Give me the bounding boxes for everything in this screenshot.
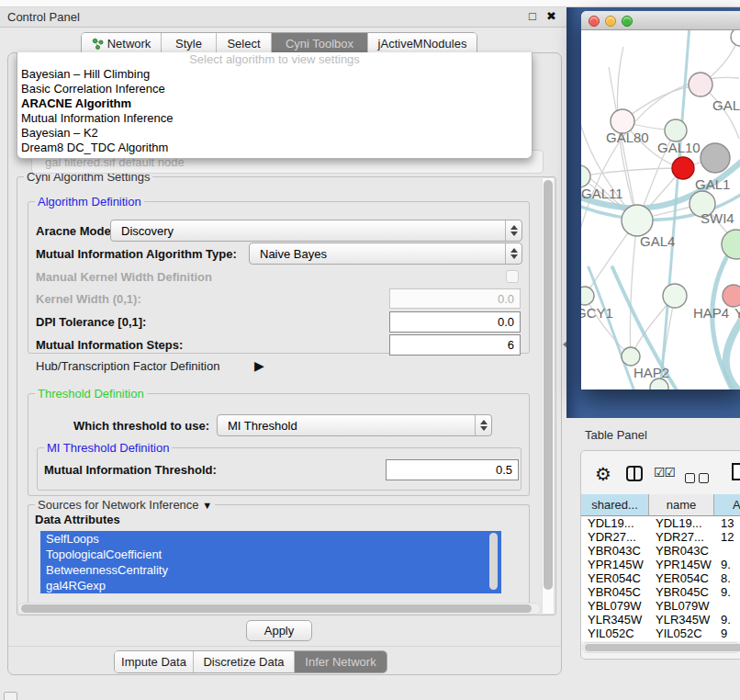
node-gal7[interactable] (689, 73, 712, 96)
tab-network[interactable]: Network (82, 33, 162, 54)
which-threshold-combo[interactable]: MI Threshold (217, 414, 492, 436)
algorithm-option[interactable]: Dream8 DC_TDC Algorithm (17, 141, 532, 155)
document-icon[interactable] (732, 463, 740, 480)
node-gal10[interactable] (665, 119, 687, 141)
table-row[interactable]: YBR043CYBR043C (581, 544, 740, 558)
node-label: GAL7 (712, 97, 740, 113)
network-edge (630, 220, 637, 356)
node-hap4[interactable] (663, 284, 687, 308)
table-cell: YDR27... (649, 530, 714, 544)
unchecked-columns-icon[interactable] (685, 470, 712, 487)
node-right-green[interactable] (722, 230, 740, 259)
table-cell: YER054C (649, 571, 714, 585)
tab-select[interactable]: Select (217, 33, 272, 54)
control-panel-title: Control Panel (7, 10, 80, 24)
close-panel-icon[interactable]: ✖ (546, 9, 556, 23)
settings-hscrollbar-thumb[interactable] (21, 604, 532, 613)
which-threshold-label: Which threshold to use: (73, 419, 209, 433)
algorithm-option[interactable]: Basic Correlation Inference (17, 82, 532, 96)
tab-jactivemnodules[interactable]: jActiveMNodules (368, 33, 477, 54)
node-label: GAL4 (640, 233, 675, 249)
node-label: GAL10 (657, 140, 701, 155)
tab-label: jActiveMNodules (378, 37, 467, 51)
mi-type-combo[interactable]: Naive Bayes (249, 243, 522, 265)
node-gcy1[interactable] (581, 287, 594, 305)
table-row[interactable]: YPR145WYPR145W9. (581, 558, 740, 571)
aracne-mode-combo[interactable]: Discovery (110, 220, 522, 242)
mini-panel-button[interactable] (4, 692, 17, 700)
node-gal1-red[interactable] (672, 157, 694, 179)
checked-columns-icon[interactable]: ☑☑ (654, 465, 675, 480)
minimize-window-icon[interactable] (605, 16, 616, 27)
table-row[interactable]: YIL052CYIL052C9 (581, 627, 740, 640)
close-window-icon[interactable] (589, 16, 600, 27)
tab-discretize-data[interactable]: Discretize Data (194, 651, 295, 672)
mi-steps-label: Mutual Information Steps: (36, 338, 183, 352)
mi-threshold-field[interactable]: 0.5 (386, 459, 519, 480)
attribute-option[interactable]: SelfLoops (40, 531, 501, 547)
algorithm-option[interactable]: Bayesian – Hill Climbing (17, 67, 532, 82)
tab-cyni-toolbox[interactable]: Cyni Toolbox (272, 33, 368, 54)
sources-collapse-icon[interactable]: ▼ (202, 500, 212, 511)
combo-stepper-icon (505, 220, 521, 241)
table-row[interactable]: YBL079WYBL079W (581, 599, 740, 613)
table-row[interactable]: YDR27...YDR27...12 (581, 530, 740, 544)
algorithm-option[interactable]: Bayesian – K2 (17, 126, 532, 141)
column-header[interactable]: shared... (581, 494, 649, 516)
network-window-titlebar[interactable] (581, 11, 740, 30)
table-row[interactable]: YLR345WYLR345W9. (581, 613, 740, 627)
node-gray[interactable] (701, 143, 730, 173)
table-cell: YBL079W (649, 599, 714, 613)
aracne-mode-label: Aracne Mode: (36, 224, 115, 238)
tab-infer-network[interactable]: Infer Network (295, 651, 387, 672)
table-hscrollbar-thumb[interactable] (585, 644, 740, 651)
table-cell: YBR043C (649, 544, 714, 558)
zoom-window-icon[interactable] (622, 16, 633, 27)
apply-button[interactable]: Apply (246, 620, 312, 641)
kernel-width-field[interactable]: 0.0 (389, 288, 521, 309)
manual-kernel-checkbox[interactable] (506, 270, 519, 283)
table-row[interactable]: YDL19...YDL19...13 (581, 516, 740, 530)
network-canvas[interactable]: GAL7GAL80GAL10GAL1GAL11SWI4GAL4GCY1HAP4Y… (581, 30, 740, 390)
algorithm-dropdown-prompt: Select algorithm to view settings (17, 52, 532, 67)
algorithm-option[interactable]: Mutual Information Inference (17, 111, 532, 126)
hub-section-label[interactable]: Hub/Transcription Factor Definition (36, 359, 219, 373)
node-label: GAL1 (695, 176, 730, 192)
table-cell: 9. (714, 585, 740, 599)
node-hap2[interactable] (622, 347, 640, 366)
column-header[interactable]: A (714, 494, 740, 516)
node-partial-top[interactable] (731, 30, 740, 46)
attr-list-vscroll-thumb[interactable] (489, 533, 498, 590)
mi-steps-field[interactable]: 6 (389, 334, 521, 356)
network-edge-thick (589, 267, 636, 390)
column-header[interactable]: name (649, 494, 714, 516)
tab-label: Network (107, 37, 151, 51)
sources-group-title[interactable]: Sources for Network Inference ▼ (35, 498, 215, 512)
columns-icon[interactable] (626, 466, 643, 481)
tab-label: Cyni Toolbox (286, 37, 353, 51)
table-row[interactable]: YBR045CYBR045C9. (581, 585, 740, 599)
attribute-option[interactable]: TopologicalCoefficient (40, 547, 501, 562)
node-salmon[interactable] (723, 285, 740, 307)
attribute-option[interactable]: gal4RGexp (40, 578, 501, 593)
algorithm-option[interactable]: ARACNE Algorithm (17, 96, 532, 111)
attribute-option[interactable]: BetweennessCentrality (40, 562, 501, 578)
tab-style[interactable]: Style (162, 33, 217, 54)
dpi-tolerance-field[interactable]: 0.0 (389, 311, 521, 333)
algorithm-definition-title: Algorithm Definition (35, 195, 144, 209)
tab-label: Select (227, 37, 260, 51)
table-row[interactable]: YER054CYER054C8. (581, 571, 740, 585)
network-view-window[interactable]: GAL7GAL80GAL10GAL1GAL11SWI4GAL4GCY1HAP4Y… (581, 11, 740, 390)
which-threshold-value: MI Threshold (218, 415, 475, 435)
hub-expand-icon[interactable]: ▶ (254, 358, 264, 373)
node-gal4[interactable] (622, 205, 653, 236)
threshold-definition-title: Threshold Definition (35, 387, 147, 401)
gear-icon[interactable]: ⚙ (595, 463, 611, 485)
table-cell: 8. (714, 571, 740, 585)
tab-impute-data[interactable]: Impute Data (115, 651, 194, 672)
settings-vscrollbar-thumb[interactable] (544, 180, 553, 590)
float-panel-icon[interactable]: □ (529, 9, 536, 23)
combo-stepper-icon (475, 415, 491, 435)
sources-title-text: Sources for Network Inference (38, 498, 199, 512)
table-cell: YDL19... (581, 516, 649, 530)
